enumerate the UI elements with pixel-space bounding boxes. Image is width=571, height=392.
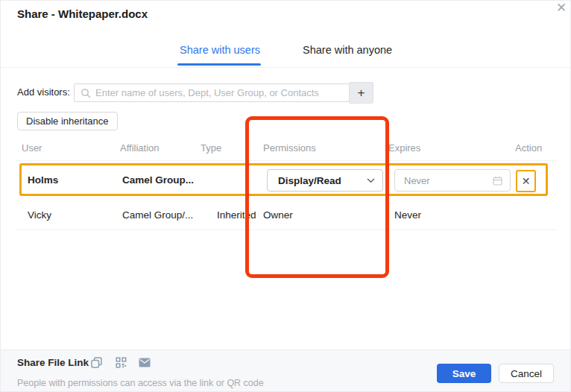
chevron-down-icon xyxy=(367,178,375,183)
column-header-permissions: Permissions xyxy=(263,142,316,154)
table-row-user: Vicky xyxy=(28,209,51,221)
search-icon xyxy=(81,88,91,98)
table-row-expires: Never xyxy=(394,209,421,221)
add-visitor-search-box[interactable] xyxy=(74,83,350,102)
expires-value: Never xyxy=(404,175,493,186)
cancel-button[interactable]: Cancel xyxy=(499,364,554,383)
tab-share-with-anyone[interactable]: Share with anyone xyxy=(303,44,392,56)
footer-hint-text: People with permissions can access via t… xyxy=(17,378,264,388)
annotation-remove-highlight-box: ✕ xyxy=(516,170,536,192)
column-header-type: Type xyxy=(201,142,221,154)
share-file-link-label: Share File Link : xyxy=(17,357,95,368)
table-row-permissions: Owner xyxy=(263,209,293,221)
column-header-action: Action xyxy=(515,142,542,154)
dialog-title: Share - Whitepaper.docx xyxy=(17,7,148,20)
email-icon[interactable] xyxy=(138,356,151,369)
add-visitor-input[interactable] xyxy=(95,87,349,98)
add-visitors-label: Add visitors: xyxy=(17,86,70,98)
permissions-dropdown[interactable]: Display/Read xyxy=(267,169,383,192)
table-row-divider xyxy=(16,230,557,230)
table-row-affiliation: Camel Group/... xyxy=(122,209,193,221)
share-dialog: Share - Whitepaper.docx ✕ Share with use… xyxy=(0,0,571,392)
copy-link-icon[interactable] xyxy=(89,356,103,369)
column-header-user: User xyxy=(22,142,42,154)
expires-field[interactable]: Never xyxy=(394,169,511,192)
remove-share-button[interactable]: ✕ xyxy=(522,176,531,186)
column-header-expires: Expires xyxy=(388,142,420,154)
permissions-value: Display/Read xyxy=(278,175,367,186)
active-tab-underline xyxy=(177,63,261,66)
calendar-icon xyxy=(493,176,502,186)
table-row-affiliation: Camel Group... xyxy=(122,174,194,186)
table-row-user: Holms xyxy=(28,174,58,186)
tab-share-with-users[interactable]: Share with users xyxy=(180,44,260,56)
tabs-divider xyxy=(1,67,571,68)
table-header-divider xyxy=(16,160,557,161)
add-visitor-button[interactable]: + xyxy=(349,82,373,104)
save-button[interactable]: Save xyxy=(437,364,491,383)
qr-code-icon[interactable] xyxy=(114,356,127,369)
table-row-type: Inherited xyxy=(217,209,256,221)
annotation-red-box xyxy=(245,116,389,278)
close-icon[interactable]: ✕ xyxy=(556,0,567,16)
disable-inheritance-button[interactable]: Disable inheritance xyxy=(17,112,118,130)
column-header-affiliation: Affiliation xyxy=(120,142,160,154)
